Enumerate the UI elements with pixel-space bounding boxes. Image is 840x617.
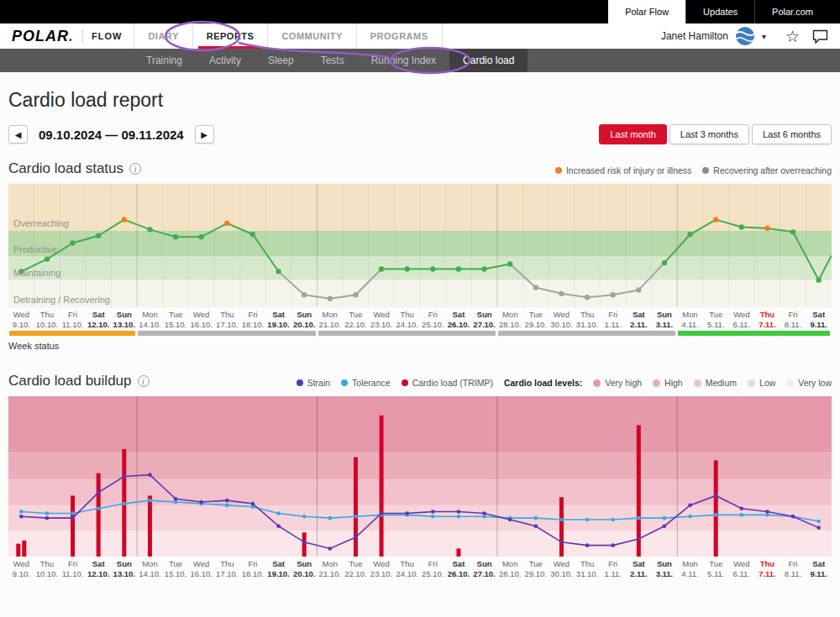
- x-axis-label: Fri25.10.: [420, 559, 446, 578]
- header-right: Janet Hamilton ▾ ☆: [661, 27, 828, 45]
- nav-reports[interactable]: REPORTS: [192, 24, 268, 49]
- week-status-segment: [9, 331, 135, 336]
- x-axis-label: Sun27.10.: [471, 559, 497, 578]
- x-axis-label: Sat12.10.: [86, 310, 112, 329]
- buildup-section-title: Cardio load buildupi: [8, 373, 150, 390]
- topbar-link-polar-com[interactable]: Polar.com: [754, 0, 830, 24]
- polar-logo-text: POLAR: [12, 28, 69, 44]
- favorites-star-icon[interactable]: ☆: [785, 27, 800, 45]
- cardio-load-status-chart[interactable]: OverreachingProductiveMaintainingDetrain…: [8, 184, 832, 307]
- x-axis-label: Fri1.11.: [600, 559, 626, 578]
- subnav-cardio-load[interactable]: Cardio load: [449, 49, 528, 72]
- x-axis-label: Thu24.10.: [394, 559, 420, 578]
- legend-label: Recovering after overreaching: [713, 165, 832, 175]
- x-axis-label: Tue15.10.: [163, 310, 189, 329]
- topbar-link-polar-flow[interactable]: Polar Flow: [608, 0, 685, 24]
- x-axis-label: Mon14.10.: [137, 559, 163, 578]
- nav-community[interactable]: COMMUNITY: [267, 24, 355, 49]
- x-axis-label: Thu10.10.: [34, 559, 60, 578]
- x-axis-label: Tue29.10.: [523, 310, 549, 329]
- cardio-load-levels-label: Cardio load levels:: [504, 378, 582, 388]
- x-axis-label: Mon4.11.: [677, 310, 703, 329]
- x-axis-label: Mon21.10.: [318, 559, 344, 578]
- globe-avatar-icon: [736, 27, 754, 45]
- x-axis-label: Sat19.10.: [265, 310, 291, 329]
- x-axis-label: Wed30.10.: [549, 559, 575, 578]
- x-axis-label: Fri8.11.: [780, 310, 806, 329]
- x-axis-label: Fri8.11.: [780, 559, 806, 578]
- chevron-down-icon[interactable]: ▾: [762, 32, 766, 41]
- legend-item-tolerance: Tolerance: [341, 378, 391, 388]
- buildup-title-text: Cardio load buildup: [8, 373, 132, 390]
- x-axis-label: Fri11.10.: [60, 310, 86, 329]
- x-axis-label: Sat12.10.: [86, 559, 112, 578]
- main-nav: DIARYREPORTSCOMMUNITYPROGRAMS: [134, 24, 442, 49]
- x-axis-label: Mon21.10.: [318, 310, 344, 329]
- x-axis-label: Tue5.11.: [703, 559, 729, 578]
- subnav-training[interactable]: Training: [133, 49, 196, 72]
- week-status-segment: [498, 331, 675, 336]
- polar-logo[interactable]: POLAR.: [12, 28, 74, 45]
- polar-logo-dot: .: [69, 28, 74, 44]
- x-axis-label: Wed30.10.: [549, 310, 575, 329]
- x-axis-label: Thu10.10.: [34, 310, 60, 329]
- legend-dot: [593, 379, 601, 387]
- next-arrow-icon: ▶: [201, 130, 207, 139]
- week-status-segment: [318, 331, 496, 336]
- prev-period-button[interactable]: ◀: [8, 125, 28, 144]
- topbar-link-updates[interactable]: Updates: [685, 0, 754, 24]
- week-status-segment: [138, 331, 315, 336]
- subnav-activity[interactable]: Activity: [196, 49, 255, 72]
- legend-dot: [555, 167, 562, 174]
- x-axis-label: Fri18.10.: [240, 310, 266, 329]
- subnav-tests[interactable]: Tests: [307, 49, 358, 72]
- period-buttons: Last monthLast 3 monthsLast 6 months: [599, 124, 832, 144]
- x-axis-label: Tue5.11.: [703, 310, 729, 329]
- legend-dot: [786, 379, 794, 387]
- legend-dot: [694, 379, 701, 387]
- prev-arrow-icon: ◀: [15, 130, 22, 139]
- legend-label: High: [664, 378, 683, 388]
- x-axis-label: Fri25.10.: [420, 310, 446, 329]
- x-axis-label: Wed16.10.: [188, 310, 214, 329]
- user-name[interactable]: Janet Hamilton: [661, 30, 728, 42]
- x-axis-label: Sat19.10.: [265, 559, 291, 578]
- x-axis-label: Wed9.10.: [8, 559, 34, 578]
- last-6-months-button[interactable]: Last 6 months: [752, 124, 832, 144]
- x-axis-label: Thu31.10.: [575, 310, 601, 329]
- x-axis-label: Fri11.10.: [60, 559, 86, 578]
- feedback-bubble-icon[interactable]: [812, 29, 828, 44]
- x-axis-label: Thu7.11.: [754, 559, 780, 578]
- last-3-months-button[interactable]: Last 3 months: [669, 124, 749, 144]
- avatar[interactable]: [736, 27, 754, 45]
- legend-item-increased-risk-of-injury-or-illness: Increased risk of injury or illness: [555, 165, 691, 175]
- subnav-running-index[interactable]: Running Index: [358, 49, 449, 72]
- x-axis-label: Sun3.11.: [652, 559, 678, 578]
- x-axis-label: Thu24.10.: [394, 310, 420, 329]
- legend-dot: [748, 379, 755, 387]
- legend-item-low: Low: [748, 378, 775, 388]
- legend-label: Medium: [706, 378, 737, 388]
- x-axis-label: Wed6.11.: [729, 559, 755, 578]
- cardio-load-buildup-chart[interactable]: [8, 396, 832, 557]
- nav-diary[interactable]: DIARY: [134, 24, 192, 49]
- x-axis-label: Sun20.10.: [291, 559, 318, 578]
- x-axis-label: Sat2.11.: [626, 559, 652, 578]
- x-axis-label: Sat9.11.: [806, 310, 832, 329]
- x-axis-label: Sun13.10.: [112, 559, 138, 578]
- legend-item-medium: Medium: [694, 378, 737, 388]
- week-status-segment: [678, 331, 830, 336]
- last-month-button[interactable]: Last month: [599, 124, 666, 144]
- next-period-button[interactable]: ▶: [195, 125, 214, 144]
- x-axis-label: Thu17.10.: [214, 310, 240, 329]
- info-icon[interactable]: i: [129, 163, 141, 175]
- page-title: Cardio load report: [8, 89, 832, 112]
- date-navigation: ◀ 09.10.2024 — 09.11.2024 ▶ Last monthLa…: [8, 123, 832, 145]
- date-range: 09.10.2024 — 09.11.2024: [39, 128, 184, 142]
- info-icon[interactable]: i: [138, 375, 150, 387]
- status-section-header: Cardio load statusi Increased risk of in…: [8, 160, 832, 177]
- legend-dot: [653, 379, 660, 387]
- nav-programs[interactable]: PROGRAMS: [356, 24, 443, 49]
- subnav-sleep[interactable]: Sleep: [255, 49, 307, 72]
- legend-label: Very high: [605, 378, 642, 388]
